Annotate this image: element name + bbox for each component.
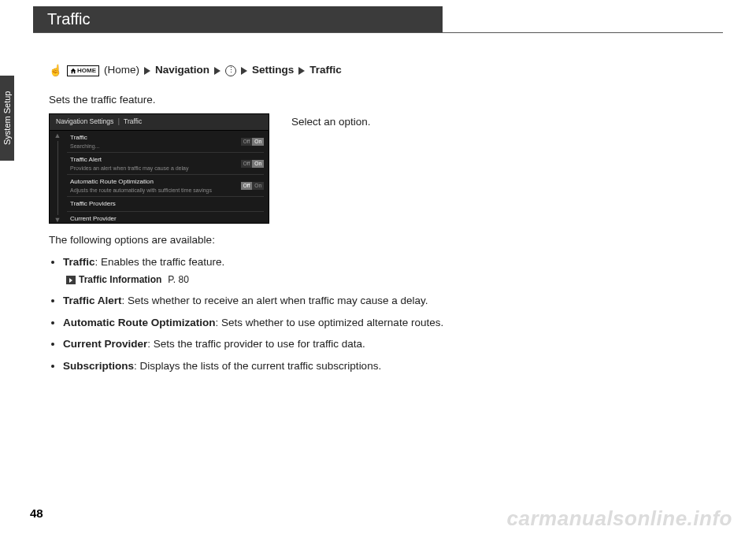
screenshot-row: TrafficSearching...OffOn <box>67 131 264 153</box>
page-number: 48 <box>30 506 43 520</box>
screenshot-row-subtitle: Searching... <box>70 143 99 150</box>
screenshot-row: Traffic Providers <box>67 197 264 211</box>
breadcrumb-settings: Settings <box>252 63 294 78</box>
option-subscriptions: Subscriptions: Displays the lists of the… <box>63 358 622 374</box>
screenshot-header-right: Traffic <box>124 117 142 125</box>
options-intro: The following options are available: <box>49 233 702 248</box>
toggle-icon: OffOn <box>241 138 264 146</box>
cross-reference: Traffic Information P. 80 <box>66 273 622 287</box>
screenshot-row: Current ProviderUnknown <box>67 212 264 224</box>
option-desc: : Sets whether to use optimized alternat… <box>216 317 444 328</box>
option-auto-route-optimization: Automatic Route Optimization: Sets wheth… <box>63 315 622 331</box>
option-desc: : Enables the traffic feature. <box>95 256 225 268</box>
screenshot-row-title: Traffic Alert <box>70 155 188 164</box>
screenshot-row-title: Traffic <box>70 133 99 142</box>
breadcrumb-traffic: Traffic <box>309 63 342 78</box>
toggle-icon: OffOn <box>241 182 264 191</box>
intro-text: Sets the traffic feature. <box>49 93 702 108</box>
screenshot-row-title: Automatic Route Optimization <box>70 177 212 186</box>
option-label: Automatic Route Optimization <box>63 317 216 328</box>
breadcrumb-arrow-icon <box>241 67 247 75</box>
option-current-provider: Current Provider: Sets the traffic provi… <box>63 336 622 352</box>
screenshot-row-title: Current Provider <box>70 214 117 223</box>
breadcrumb-arrow-icon <box>298 67 305 75</box>
breadcrumb: ☝ HOME (Home) Navigation ⋮ Settings Traf… <box>49 63 702 79</box>
option-desc: : Sets the traffic provider to use for t… <box>147 338 365 350</box>
option-label: Traffic <box>63 256 95 268</box>
breadcrumb-arrow-icon <box>144 67 150 75</box>
side-tab-system-setup: System Setup <box>0 76 14 161</box>
step-instruction: Select an option. <box>291 113 371 130</box>
screenshot-scrollbar: ▲ ▼ <box>53 132 62 224</box>
option-desc: : Displays the lists of the current traf… <box>134 360 381 372</box>
page-title: Traffic <box>33 6 443 32</box>
screenshot-row-subtitle: Unknown <box>70 223 117 224</box>
option-label: Subscriptions <box>63 360 134 372</box>
option-traffic-alert: Traffic Alert: Sets whether to receive a… <box>63 293 622 309</box>
xref-title: Traffic Information <box>79 273 161 287</box>
option-label: Traffic Alert <box>63 295 122 306</box>
breadcrumb-arrow-icon <box>214 67 220 75</box>
xref-page: P. 80 <box>168 273 188 287</box>
option-desc: : Sets whether to receive an alert when … <box>122 295 428 306</box>
watermark: carmanualsonline.info <box>507 506 732 531</box>
screenshot-row: Traffic AlertProvides an alert when traf… <box>67 153 264 175</box>
home-icon: HOME <box>67 65 99 76</box>
screenshot-row: Automatic Route OptimizationAdjusts the … <box>67 175 264 197</box>
scroll-up-icon: ▲ <box>54 132 61 139</box>
content-area: ☝ HOME (Home) Navigation ⋮ Settings Traf… <box>49 63 702 380</box>
more-menu-icon: ⋮ <box>225 65 236 76</box>
nav-settings-screenshot: Navigation Settings | Traffic ▲ ▼ Traffi… <box>49 113 269 224</box>
options-list: Traffic: Enables the traffic feature. Tr… <box>49 254 702 373</box>
home-paren: (Home) <box>104 63 139 78</box>
option-label: Current Provider <box>63 338 147 350</box>
select-hand-icon: ☝ <box>49 63 62 79</box>
screenshot-row-subtitle: Provides an alert when traffic may cause… <box>70 165 188 172</box>
screenshot-row-subtitle: Adjusts the route automatically with suf… <box>70 187 212 195</box>
home-icon-label: HOME <box>77 68 96 74</box>
screenshot-header: Navigation Settings | Traffic <box>50 114 269 131</box>
header-bar: Traffic <box>33 6 723 33</box>
screenshot-row-title: Traffic Providers <box>70 199 116 208</box>
xref-arrow-icon <box>66 276 76 284</box>
scroll-down-icon: ▼ <box>54 217 61 224</box>
toggle-icon: OffOn <box>241 160 264 169</box>
option-traffic: Traffic: Enables the traffic feature. Tr… <box>63 254 622 287</box>
divider-icon: | <box>118 117 120 125</box>
breadcrumb-navigation: Navigation <box>155 63 209 78</box>
screenshot-header-left: Navigation Settings <box>56 117 113 125</box>
step-row: Navigation Settings | Traffic ▲ ▼ Traffi… <box>49 113 702 224</box>
